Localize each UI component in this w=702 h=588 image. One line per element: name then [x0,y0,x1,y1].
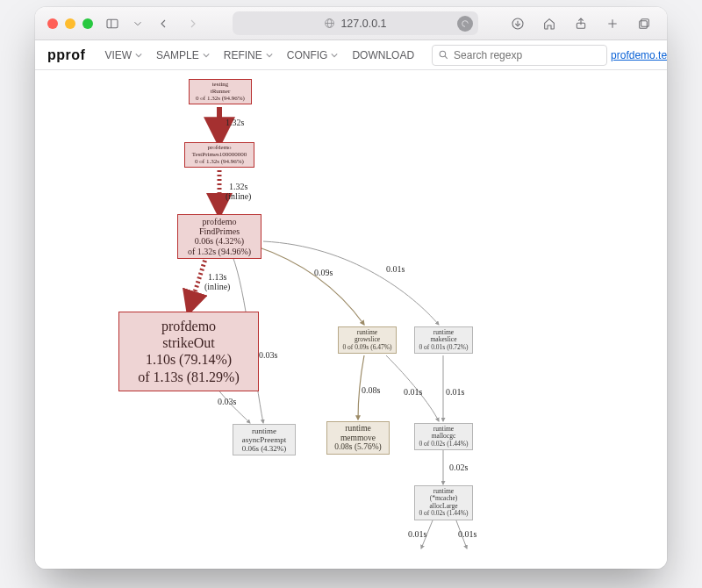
profile-name-link[interactable]: profdemo.test.cpu [611,49,667,61]
minimize-window-button[interactable] [65,18,75,29]
node-trunner[interactable]: testing tRunner 0 of 1.32s (94.96%) [189,79,252,104]
svg-line-15 [189,256,206,312]
node-alloclarge[interactable]: runtime (*mcache) allocLarge 0 of 0.02s … [414,485,473,520]
address-text: 127.0.0.1 [340,18,386,30]
search-box[interactable] [432,45,607,66]
svg-rect-0 [107,19,118,27]
node-strikeout[interactable]: profdemo strikeOut 1.10s (79.14%) of 1.1… [118,312,259,391]
svg-point-11 [440,51,446,56]
edge-label: 0.03s [259,351,277,361]
app-brand: pprof [47,47,85,63]
downloads-icon[interactable] [507,13,528,34]
callgraph-canvas[interactable]: testing tRunner 0 of 1.32s (94.96%) prof… [35,70,667,569]
tabs-icon[interactable] [634,13,655,34]
edge-label: 0.01s [458,530,476,540]
edge-label: 0.01s [446,388,464,398]
edge-label: 1.32s(inline) [226,183,251,201]
titlebar: 127.0.0.1 [35,7,667,40]
svg-rect-10 [640,20,648,28]
menu-download[interactable]: DOWNLOAD [347,46,419,65]
node-mallocgc[interactable]: runtime mallocgc 0 of 0.02s (1.44%) [414,423,473,450]
node-findprimes[interactable]: profdemo FindPrimes 0.06s (4.32%) of 1.3… [177,214,261,259]
close-window-button[interactable] [47,18,58,29]
back-button[interactable] [153,13,174,34]
search-input[interactable] [454,49,601,61]
window-controls [47,18,93,29]
svg-line-12 [445,56,448,59]
new-tab-icon[interactable] [602,13,623,34]
forward-button [183,13,204,34]
share-icon[interactable] [570,13,591,34]
chevron-down-icon[interactable] [132,13,144,34]
caret-down-icon [266,52,273,59]
node-testprimes[interactable]: profdemo TestPrimes100000000 0 of 1.32s … [184,142,254,168]
node-growslice[interactable]: runtime growslice 0 of 0.09s (6.47%) [338,326,397,354]
caret-down-icon [135,52,142,59]
sidebar-toggle-icon[interactable] [102,13,123,34]
edge-label: 0.03s [218,398,236,407]
menu-sample[interactable]: SAMPLE [151,46,215,65]
globe-icon [324,18,335,29]
caret-down-icon [203,52,210,59]
browser-window: 127.0.0.1 pprof VIEW SAMPLE REFINE CONFI… [35,7,667,569]
node-makeslice[interactable]: runtime makeslice 0 of 0.01s (0.72%) [414,326,473,354]
edge-label: 0.09s [314,269,333,278]
menu-config[interactable]: CONFIG [282,46,344,65]
reload-button[interactable] [457,16,473,32]
menu-refine[interactable]: REFINE [218,46,278,65]
search-icon [438,49,449,61]
edge-label: 0.01s [386,265,405,275]
edge-label: 1.13s(inline) [204,273,230,291]
app-menubar: pprof VIEW SAMPLE REFINE CONFIG DOWNLOAD… [35,40,667,70]
address-bar[interactable]: 127.0.0.1 [233,11,478,35]
node-memmove[interactable]: runtime memmove 0.08s (5.76%) [326,421,390,455]
node-asyncpreempt[interactable]: runtime asyncPreempt 0.06s (4.32%) [233,424,296,455]
edge-label: 0.08s [362,386,380,396]
home-icon[interactable] [539,13,560,34]
edge-label: 0.01s [404,388,422,398]
menu-view[interactable]: VIEW [99,46,147,65]
edge-label: 0.01s [408,530,426,540]
edge-label: 0.02s [449,463,468,473]
caret-down-icon [331,52,338,59]
svg-rect-9 [641,18,649,26]
zoom-window-button[interactable] [82,18,93,29]
edge-label: 1.32s [226,118,244,128]
